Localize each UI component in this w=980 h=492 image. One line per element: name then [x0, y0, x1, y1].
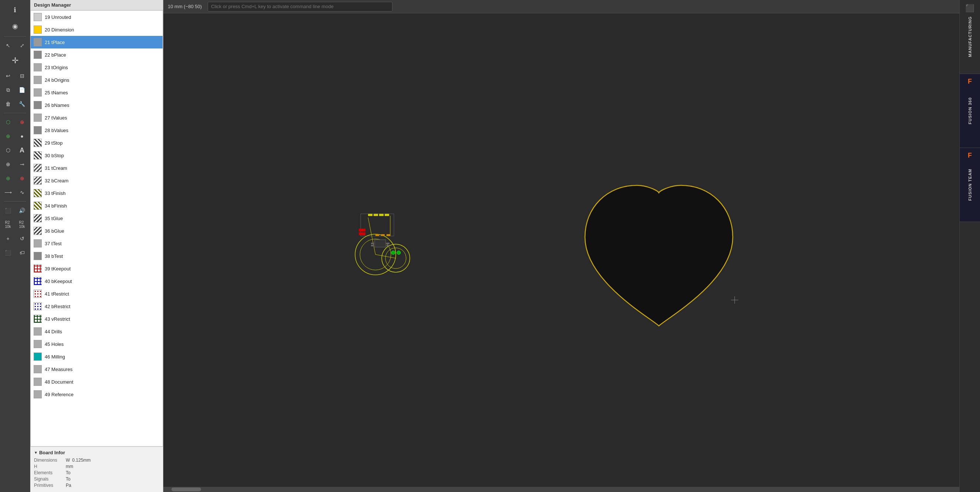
layer-item-25[interactable]: 25 tNames: [31, 86, 162, 99]
r2b-icon[interactable]: R210k: [16, 218, 29, 231]
layer-name-34: 34 bFinish: [45, 203, 67, 209]
layer-item-31[interactable]: 31 tCream: [31, 162, 162, 174]
svg-rect-21: [371, 245, 374, 246]
dimensions-h-row: H mm: [34, 464, 159, 469]
layer-item-46[interactable]: 46 Milling: [31, 350, 162, 363]
fusion360-panel-btn[interactable]: F FUSION 360: [960, 74, 980, 148]
canvas-viewport[interactable]: [163, 13, 959, 492]
layer-item-22[interactable]: 22 bPlace: [31, 48, 162, 61]
layer-swatch-21: [33, 38, 42, 46]
tag-icon[interactable]: 🏷: [16, 246, 29, 259]
wrench-icon[interactable]: 🔧: [16, 97, 29, 110]
layer-name-27: 27 tValues: [45, 115, 67, 121]
signal1-icon[interactable]: ⊕: [2, 172, 15, 185]
speaker-icon[interactable]: 🔊: [16, 204, 29, 217]
copy-icon[interactable]: ⧉: [2, 83, 15, 97]
component-icon[interactable]: ⬛: [2, 204, 15, 217]
layer-swatch-23: [33, 63, 42, 71]
command-input[interactable]: [208, 2, 393, 11]
layer-swatch-32: [33, 176, 42, 185]
layer-list[interactable]: 19 Unrouted20 Dimension21 tPlace22 bPlac…: [30, 10, 163, 447]
add-pad-icon[interactable]: +: [2, 232, 15, 245]
svg-rect-11: [374, 214, 378, 216]
layer-item-29[interactable]: 29 tStop: [31, 136, 162, 149]
layer-item-49[interactable]: 49 Reference: [31, 388, 162, 401]
layer-item-23[interactable]: 23 tOrigins: [31, 61, 162, 73]
layer-item-35[interactable]: 35 tGlue: [31, 212, 162, 225]
layer-item-27[interactable]: 27 tValues: [31, 111, 162, 124]
route-air-icon[interactable]: ⊕: [16, 115, 29, 129]
move-icon[interactable]: ✛: [7, 53, 23, 69]
layer-name-24: 24 bOrigins: [45, 77, 69, 83]
split-icon[interactable]: ⟶: [2, 186, 15, 199]
delete-icon[interactable]: 🗑: [2, 97, 15, 110]
layer-item-45[interactable]: 45 Holes: [31, 338, 162, 350]
line-icon[interactable]: ⊟: [16, 69, 29, 83]
layer-name-28: 28 bValues: [45, 128, 68, 133]
add-via-icon[interactable]: ⊕: [2, 129, 15, 143]
polygon-icon[interactable]: ⬡: [2, 144, 15, 157]
layer-item-38[interactable]: 38 bTest: [31, 250, 162, 262]
layer-item-21[interactable]: 21 tPlace: [31, 36, 162, 48]
info-icon[interactable]: ℹ: [7, 2, 23, 18]
layer-item-26[interactable]: 26 bNames: [31, 99, 162, 111]
layer-item-39[interactable]: 39 tKeepout: [31, 262, 162, 275]
layer-swatch-33: [33, 189, 42, 197]
layer-item-30[interactable]: 30 bStop: [31, 149, 162, 162]
layer-item-37[interactable]: 37 tTest: [31, 237, 162, 250]
elements-tc: To: [66, 470, 71, 475]
layer-item-33[interactable]: 33 tFinish: [31, 187, 162, 200]
fusion-team-panel-btn[interactable]: F FUSION TEAM: [960, 148, 980, 222]
doc-icon[interactable]: 📄: [16, 83, 29, 97]
horizontal-scrollbar[interactable]: [163, 487, 959, 492]
signals-label: Signals: [34, 476, 64, 482]
layer-name-42: 42 bRestrict: [45, 304, 70, 309]
layer-item-48[interactable]: 48 Document: [31, 375, 162, 388]
layer-item-44[interactable]: 44 Drills: [31, 325, 162, 338]
rotate-icon[interactable]: ↩: [2, 69, 15, 83]
eye-icon[interactable]: ◉: [7, 19, 23, 34]
primitives-label: Primitives: [34, 483, 64, 488]
layer-item-20[interactable]: 20 Dimension: [31, 23, 162, 36]
net-icon[interactable]: ⊕: [2, 158, 15, 171]
signal2-icon[interactable]: ⊕: [16, 172, 29, 185]
layer-name-26: 26 bNames: [45, 102, 69, 108]
layer-item-28[interactable]: 28 bValues: [31, 124, 162, 136]
left-toolbar: ℹ ◉ ↖ ⤢ ✛ ↩ ⊟ ⧉ 📄 🗑 🔧 ⬡ ⊕ ⊕ ● ⬡ A ⊕ ⊸ ⊕ …: [0, 0, 30, 492]
layer-item-34[interactable]: 34 bFinish: [31, 200, 162, 212]
layer-item-40[interactable]: 40 bKeepout: [31, 275, 162, 288]
layer-swatch-40: [33, 277, 42, 285]
route-wire-icon[interactable]: ⬡: [2, 115, 15, 129]
svg-rect-13: [385, 214, 389, 216]
layer-item-42[interactable]: 42 bRestrict: [31, 300, 162, 313]
component2-icon[interactable]: ⬛: [2, 246, 15, 259]
layer-item-41[interactable]: 41 tRestrict: [31, 288, 162, 300]
layer-item-19[interactable]: 19 Unrouted: [31, 11, 162, 23]
panel-header: Design Manager: [30, 0, 163, 10]
wave-icon[interactable]: ∿: [16, 186, 29, 199]
resistor-icon[interactable]: ⊸: [16, 158, 29, 171]
layer-item-47[interactable]: 47 Measures: [31, 363, 162, 375]
layer-swatch-22: [33, 51, 42, 59]
cursor-icon[interactable]: ↖: [2, 39, 15, 52]
dimensions-row: Dimensions W 0.125mm: [34, 458, 159, 463]
dimensions-label: Dimensions: [34, 458, 64, 463]
board-info-header[interactable]: ▼ Board Infor: [34, 450, 159, 455]
scrollbar-thumb[interactable]: [172, 487, 201, 491]
layer-name-22: 22 bPlace: [45, 52, 66, 58]
svg-rect-9: [359, 232, 366, 235]
diagonal-icon[interactable]: ⤢: [16, 39, 29, 52]
layer-item-43[interactable]: 43 vRestrict: [31, 313, 162, 325]
add-circle-icon[interactable]: ●: [16, 129, 29, 143]
flip-icon[interactable]: ↺: [16, 232, 29, 245]
layer-item-36[interactable]: 36 bGlue: [31, 225, 162, 237]
dimensions-h-label: H: [34, 464, 64, 469]
text-icon[interactable]: A: [16, 144, 29, 157]
layer-name-25: 25 tNames: [45, 90, 68, 96]
manufacturing-panel-btn[interactable]: ⬛ MANUFACTURING: [960, 0, 980, 74]
r2-icon[interactable]: R210k: [2, 218, 15, 231]
layer-item-32[interactable]: 32 bCream: [31, 174, 162, 187]
layer-name-48: 48 Document: [45, 379, 73, 385]
layer-item-24[interactable]: 24 bOrigins: [31, 73, 162, 86]
layer-name-36: 36 bGlue: [45, 228, 64, 234]
